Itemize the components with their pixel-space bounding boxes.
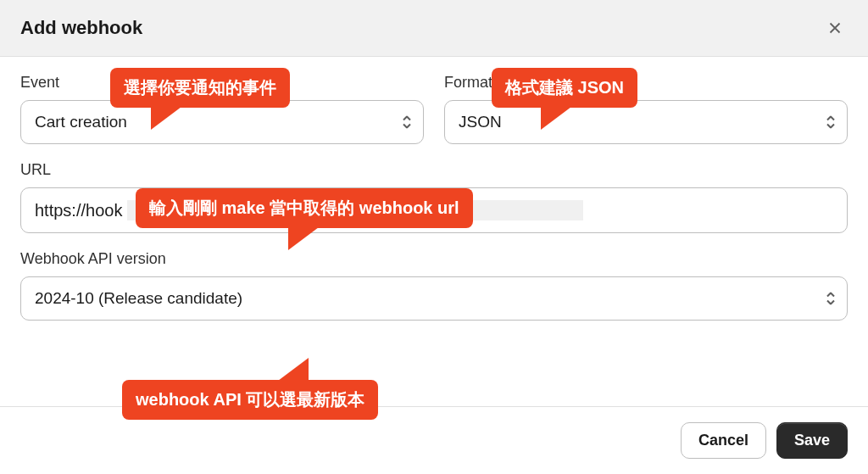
url-label: URL bbox=[20, 161, 848, 179]
callout-event: 選擇你要通知的事件 bbox=[110, 68, 290, 108]
callout-event-text: 選擇你要通知的事件 bbox=[124, 78, 276, 97]
callout-format-text: 格式建議 JSON bbox=[505, 78, 624, 97]
callout-url-text: 輸入剛剛 make 當中取得的 webhook url bbox=[149, 198, 459, 217]
url-value: https://hook bbox=[35, 201, 122, 220]
callout-url: 輸入剛剛 make 當中取得的 webhook url bbox=[136, 188, 473, 228]
cancel-button[interactable]: Cancel bbox=[681, 422, 766, 459]
api-version-label: Webhook API version bbox=[20, 250, 848, 268]
callout-arrow-icon bbox=[275, 358, 309, 383]
modal-header: Add webhook bbox=[0, 0, 868, 57]
modal-title: Add webhook bbox=[20, 17, 142, 39]
field-api-version: Webhook API version 2024-10 (Release can… bbox=[20, 250, 848, 321]
save-button[interactable]: Save bbox=[776, 422, 848, 459]
row-api-version: Webhook API version 2024-10 (Release can… bbox=[20, 250, 848, 321]
api-version-select-wrap: 2024-10 (Release candidate) bbox=[20, 276, 848, 321]
callout-arrow-icon bbox=[288, 225, 322, 250]
callout-arrow-icon bbox=[541, 104, 575, 130]
callout-arrow-icon bbox=[151, 104, 185, 130]
callout-api-text: webhook API 可以選最新版本 bbox=[136, 390, 364, 409]
close-icon bbox=[826, 19, 844, 37]
api-version-select[interactable]: 2024-10 (Release candidate) bbox=[20, 276, 848, 321]
callout-api: webhook API 可以選最新版本 bbox=[122, 380, 378, 420]
callout-format: 格式建議 JSON bbox=[492, 68, 637, 108]
close-button[interactable] bbox=[822, 15, 848, 41]
